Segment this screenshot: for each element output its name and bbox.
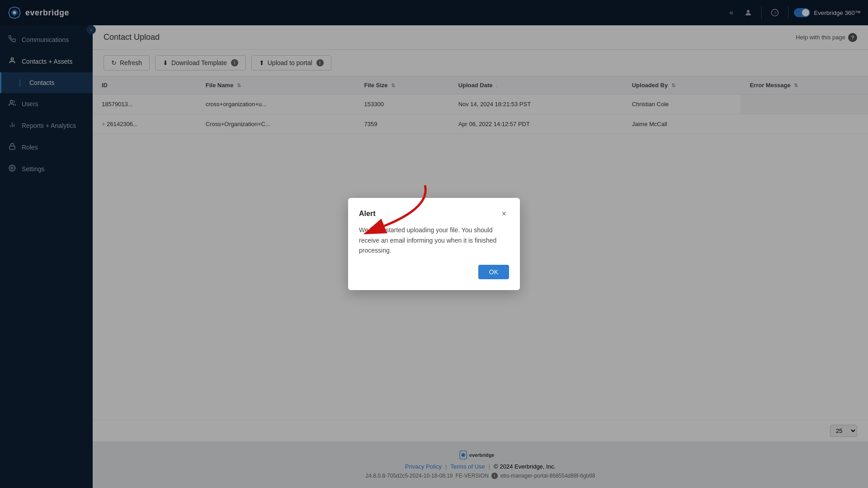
modal-title: Alert xyxy=(359,210,375,218)
alert-modal: Alert × We have started uploading your f… xyxy=(348,198,520,290)
modal-header: Alert × xyxy=(359,209,509,219)
modal-close-button[interactable]: × xyxy=(499,209,509,219)
modal-footer: OK xyxy=(359,265,509,279)
modal-ok-button[interactable]: OK xyxy=(478,265,509,279)
modal-overlay: Alert × We have started uploading your f… xyxy=(0,0,868,488)
modal-body: We have started uploading your file. You… xyxy=(359,225,509,255)
